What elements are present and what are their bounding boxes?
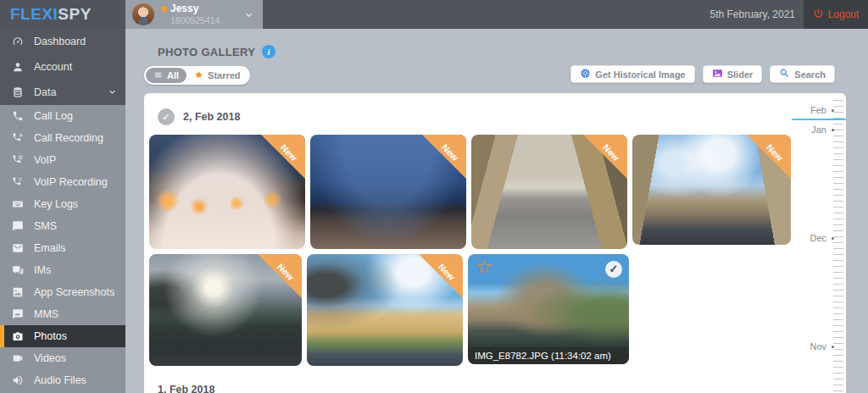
search-icon xyxy=(779,68,790,80)
sidebar-item-label: Dashboard xyxy=(34,36,86,47)
sidebar-item-label: Photos xyxy=(34,330,67,342)
gallery-action-buttons: Get Historical ImageSliderSearch xyxy=(570,65,835,83)
action-label: Search xyxy=(794,69,826,80)
timeline-month-feb[interactable]: Feb xyxy=(810,105,834,115)
select-all-check-icon[interactable]: ✓ xyxy=(158,108,175,125)
photo-caption: IMG_E8782.JPG (11:34:02 am) xyxy=(468,347,629,364)
photo-thumbnail[interactable]: ☆✓IMG_E8782.JPG (11:34:02 am) xyxy=(468,254,629,364)
emails-icon xyxy=(12,242,26,254)
timeline-scroller[interactable]: FebJanDecNov xyxy=(792,93,846,393)
slider-button[interactable]: Slider xyxy=(703,65,763,83)
sidebar-item-voip[interactable]: VoIP xyxy=(0,149,125,171)
sidebar-item-voip-recording[interactable]: VoIP Recording xyxy=(0,171,125,193)
sidebar-item-call-log[interactable]: Call Log xyxy=(0,105,125,127)
power-icon xyxy=(813,8,824,21)
top-header-bar: FLEXISPY Jessy 1800525414 5th February, … xyxy=(0,0,868,29)
timeline-month-label: Dec xyxy=(810,233,826,243)
sidebar-item-key-logs[interactable]: Key Logs xyxy=(0,193,125,215)
timeline-month-nov[interactable]: Nov xyxy=(810,341,834,351)
call-log-icon xyxy=(12,110,26,122)
page-title: PHOTO GALLERY i xyxy=(158,45,275,58)
timeline-current-indicator xyxy=(792,119,846,120)
photo-thumbnail[interactable]: New xyxy=(149,135,305,249)
sidebar-item-label: App Screenshots xyxy=(34,286,114,298)
user-name: Jessy xyxy=(170,3,198,15)
call-recording-icon xyxy=(12,132,26,144)
new-badge: New xyxy=(583,135,627,179)
photos-icon xyxy=(12,330,26,342)
sidebar-item-label: Call Log xyxy=(34,110,73,122)
sidebar-item-label: VoIP xyxy=(34,154,56,166)
info-icon[interactable]: i xyxy=(262,45,275,58)
logout-label: Logout xyxy=(828,8,860,20)
photo-thumbnail[interactable]: New xyxy=(310,135,466,249)
sidebar-item-label: VoIP Recording xyxy=(34,176,108,188)
timeline-month-dot xyxy=(832,109,834,112)
sidebar-item-app-screenshots[interactable]: App Screenshots xyxy=(0,281,125,303)
historical-icon xyxy=(580,68,591,80)
timeline-month-dot xyxy=(832,237,834,240)
page-title-label: PHOTO GALLERY xyxy=(158,46,255,58)
app-screenshots-icon xyxy=(12,286,26,298)
get-historical-image-button[interactable]: Get Historical Image xyxy=(570,65,694,83)
photo-thumbnail[interactable]: New xyxy=(632,135,791,245)
sidebar-item-label: Key Logs xyxy=(34,198,78,210)
timeline-month-jan[interactable]: Jan xyxy=(811,125,834,135)
sidebar-item-ims[interactable]: IMs xyxy=(0,259,125,281)
videos-icon xyxy=(12,352,26,364)
sidebar-item-photos[interactable]: Photos xyxy=(0,325,125,347)
sidebar-item-mms[interactable]: MMS xyxy=(0,303,125,325)
key-logs-icon xyxy=(12,198,26,210)
sidebar-item-call-recording[interactable]: Call Recording xyxy=(0,127,125,149)
flexispy-logo: FLEXISPY xyxy=(10,0,92,29)
sidebar-item-label: IMs xyxy=(34,264,51,276)
gallery-filter-toggle: AllStarred xyxy=(144,66,250,85)
new-badge: New xyxy=(261,135,305,179)
photo-grid: NewNewNewNewNewNew☆✓IMG_E8782.JPG (11:34… xyxy=(144,132,792,368)
logo-text-spy: SPY xyxy=(58,5,92,24)
sidebar-item-label: Data xyxy=(34,86,56,98)
sidebar-item-dashboard[interactable]: Dashboard xyxy=(0,29,125,54)
selected-check-icon[interactable]: ✓ xyxy=(605,261,622,278)
sidebar-nav: DashboardAccountDataCall LogCall Recordi… xyxy=(0,29,125,393)
sidebar-item-label: Emails xyxy=(34,242,66,254)
photo-thumbnail[interactable]: New xyxy=(307,254,463,366)
star-icon xyxy=(194,70,203,81)
sidebar-item-label: Call Recording xyxy=(34,132,103,144)
star-icon[interactable]: ☆ xyxy=(475,256,493,278)
voip-recording-icon xyxy=(12,176,26,188)
logout-button[interactable]: Logout xyxy=(804,0,868,29)
photo-gallery-list: ✓2, Feb 2018NewNewNewNewNewNew☆✓IMG_E878… xyxy=(144,93,792,393)
timeline-ticks xyxy=(833,100,843,393)
group-date-label: 2, Feb 2018 xyxy=(183,111,240,123)
search-button[interactable]: Search xyxy=(770,65,835,83)
logo-text-flexi: FLEXI xyxy=(10,5,58,24)
new-badge: New xyxy=(258,254,302,298)
sidebar-item-audio-files[interactable]: Audio Files xyxy=(0,369,125,391)
filter-starred-button[interactable]: Starred xyxy=(186,68,248,83)
slider-icon xyxy=(712,68,723,80)
user-account-dropdown[interactable]: Jessy 1800525414 xyxy=(125,0,263,29)
photo-thumbnail[interactable]: New xyxy=(149,254,302,366)
new-badge: New xyxy=(422,135,466,179)
sidebar-item-emails[interactable]: Emails xyxy=(0,237,125,259)
data-icon xyxy=(12,86,26,98)
chevron-down-icon xyxy=(107,86,118,100)
sidebar-item-label: Account xyxy=(34,61,72,73)
voip-icon xyxy=(12,154,26,166)
user-phone: 1800525414 xyxy=(170,15,220,25)
sidebar-item-account[interactable]: Account xyxy=(0,54,125,80)
sidebar-item-data[interactable]: Data xyxy=(0,80,125,105)
timeline-month-dec[interactable]: Dec xyxy=(810,233,834,243)
gallery-group-header: 1, Feb 2018 xyxy=(144,368,792,393)
filter-all-button[interactable]: All xyxy=(146,68,186,83)
sidebar-item-videos[interactable]: Videos xyxy=(0,347,125,369)
photo-thumbnail[interactable]: New xyxy=(471,135,627,249)
avatar xyxy=(132,3,154,25)
timeline-month-dot xyxy=(832,129,834,131)
timeline-month-label: Feb xyxy=(810,105,826,115)
sidebar-item-sms[interactable]: SMS xyxy=(0,215,125,237)
timeline-month-label: Nov xyxy=(810,341,826,351)
sidebar-item-label: Videos xyxy=(34,352,66,364)
current-date: 5th February, 2021 xyxy=(709,0,795,29)
